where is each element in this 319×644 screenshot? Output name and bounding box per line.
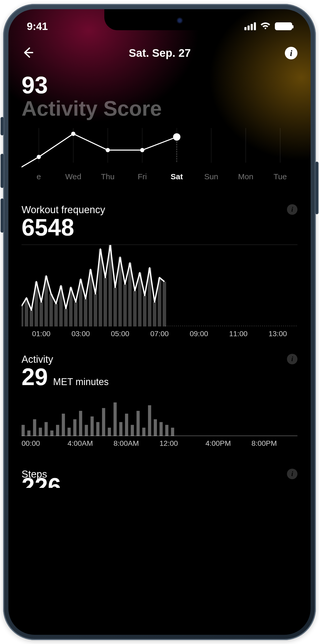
workout-frequency-chart[interactable]: 01:0003:0005:0007:0009:0011:0013:00 [22,244,297,338]
activity-value: 29 [22,365,48,389]
info-icon: i [291,355,293,363]
svg-rect-21 [54,304,58,326]
screen: 9:41 Sat. Sep. 27 i 93 A [8,9,311,635]
workout-x-ticks: 01:0003:0005:0007:0009:0011:0013:00 [22,330,297,338]
power-button [315,162,318,214]
svg-rect-65 [137,411,140,436]
workout-frequency-title: Workout frequency [22,204,105,216]
wifi-icon [260,22,271,30]
svg-rect-35 [123,284,127,326]
volume-up-button [1,154,4,188]
activity-score-label: Activity Score [22,97,297,120]
activity-score-value: 93 [22,73,297,97]
svg-rect-59 [102,408,105,436]
workout-frequency-section: Workout frequency i 6548 01:0003:0005:00… [8,188,311,338]
workout-info-button[interactable]: i [287,204,297,215]
svg-rect-56 [85,425,88,436]
svg-point-9 [71,132,75,136]
svg-rect-33 [114,287,117,326]
cellular-icon [244,22,256,30]
steps-value-partial: 226 [22,475,297,488]
svg-rect-29 [94,294,97,326]
svg-rect-63 [125,414,128,436]
svg-rect-41 [153,302,156,326]
score-trend-chart[interactable]: eWedThuFriSatSunMonTue [22,125,297,188]
battery-icon [275,22,292,30]
workout-frequency-value: 6548 [22,216,297,239]
svg-rect-58 [96,422,99,436]
svg-point-10 [106,148,110,152]
activity-section: Activity i 29 MET minutes 00:004:00AM8:0… [8,338,311,448]
svg-point-11 [140,148,144,152]
back-button[interactable] [22,46,35,60]
svg-rect-46 [27,431,30,436]
sparkline-svg [22,125,297,170]
svg-rect-47 [33,419,36,436]
svg-rect-49 [45,422,48,436]
svg-rect-54 [73,419,76,436]
info-icon: i [291,206,293,213]
notch [104,9,215,30]
activity-title: Activity [22,354,53,365]
svg-rect-62 [119,422,122,436]
svg-rect-50 [50,431,53,436]
info-button[interactable]: i [285,47,297,59]
svg-rect-61 [114,402,117,436]
activity-chart[interactable]: 00:004:00AM8:00AM12:004:00PM8:00PM [22,394,297,448]
svg-rect-16 [30,310,33,326]
svg-rect-48 [39,428,42,436]
svg-rect-25 [74,302,78,326]
svg-rect-27 [84,299,87,326]
svg-rect-64 [131,425,134,436]
svg-rect-68 [154,419,157,436]
page-title: Sat. Sep. 27 [129,47,191,59]
svg-rect-45 [22,425,25,436]
svg-rect-14 [22,306,23,327]
activity-unit: MET minutes [53,376,109,387]
svg-rect-51 [56,425,59,436]
svg-rect-39 [143,295,146,326]
status-icons [244,22,292,30]
hero: 93 Activity Score eWedThuFriSatSunMonTue [8,68,311,188]
status-time: 9:41 [27,21,48,32]
svg-rect-52 [62,414,65,436]
steps-info-button[interactable]: i [287,469,297,479]
activity-chart-svg [22,394,297,436]
activity-info-button[interactable]: i [287,354,297,364]
svg-point-8 [37,155,41,159]
svg-rect-67 [148,405,151,436]
workout-chart-svg [22,245,297,326]
svg-rect-23 [64,309,68,326]
svg-rect-20 [49,294,53,326]
svg-rect-18 [39,302,43,326]
svg-rect-57 [91,416,94,436]
side-button [1,117,4,135]
svg-rect-60 [108,428,111,436]
nav-bar: Sat. Sep. 27 i [8,38,311,68]
phone-frame: 9:41 Sat. Sep. 27 i 93 A [3,4,316,640]
svg-rect-43 [163,282,166,327]
svg-rect-71 [171,428,174,436]
steps-section: Steps i 226 [8,448,311,488]
info-icon: i [290,48,292,58]
svg-rect-55 [79,411,82,436]
svg-rect-31 [104,278,107,326]
svg-rect-69 [160,422,163,436]
svg-rect-66 [142,428,145,436]
info-icon: i [291,470,293,478]
svg-rect-53 [68,428,71,436]
volume-down-button [1,198,4,233]
arrow-left-icon [22,46,35,59]
svg-rect-37 [133,291,137,326]
activity-x-ticks: 00:004:00AM8:00AM12:004:00PM8:00PM [22,439,297,448]
day-axis-labels: eWedThuFriSatSunMonTue [22,172,297,181]
svg-rect-70 [165,425,168,436]
